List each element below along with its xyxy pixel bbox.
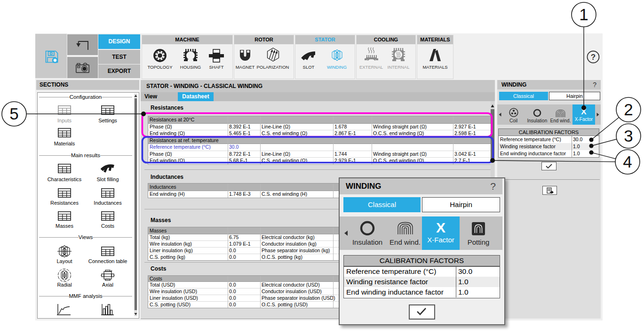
svg-text:4: 4 (623, 152, 632, 171)
svg-text:1: 1 (579, 5, 588, 24)
svg-text:5: 5 (9, 104, 18, 123)
svg-text:3: 3 (624, 127, 633, 145)
svg-text:?: ? (591, 53, 596, 62)
svg-text:2: 2 (624, 100, 633, 119)
